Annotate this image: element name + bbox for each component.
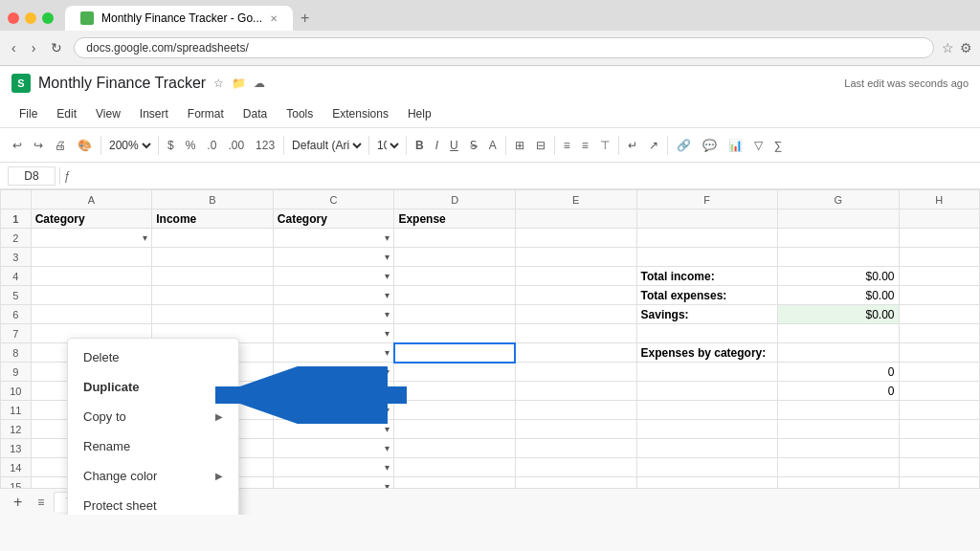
currency-btn[interactable]: $ <box>163 136 179 155</box>
cell-h4[interactable] <box>899 267 979 286</box>
cell-g2[interactable] <box>777 229 899 248</box>
cell-c2[interactable]: ▾ <box>273 229 394 248</box>
dropdown-arrow[interactable]: ▾ <box>385 232 390 243</box>
italic-btn[interactable]: I <box>431 136 443 155</box>
cell-c3[interactable]: ▾ <box>273 248 394 267</box>
menu-tools[interactable]: Tools <box>278 104 321 123</box>
document-title[interactable]: Monthly Finance Tracker <box>38 75 206 92</box>
menu-edit[interactable]: Edit <box>49 104 84 123</box>
col-header-d[interactable]: D <box>394 190 516 209</box>
bold-btn[interactable]: B <box>411 136 429 155</box>
cell-f9[interactable] <box>636 363 777 382</box>
col-header-h[interactable]: H <box>899 190 979 209</box>
cell-b1[interactable]: Income <box>152 209 274 229</box>
cell-g3[interactable] <box>777 248 899 267</box>
dropdown-arrow[interactable]: ▾ <box>385 309 390 320</box>
functions-btn[interactable]: ∑ <box>769 136 788 155</box>
dropdown-arrow[interactable]: ▾ <box>385 252 390 262</box>
cell-a2[interactable]: ▾ <box>31 229 152 248</box>
cell-g1[interactable] <box>777 209 899 229</box>
cell-d5[interactable] <box>394 286 516 305</box>
insert-comment-btn[interactable]: 💬 <box>698 136 722 155</box>
wrap-btn[interactable]: ↵ <box>623 136 642 155</box>
cell-b5[interactable] <box>152 286 274 305</box>
reload-btn[interactable]: ↻ <box>47 38 66 57</box>
dropdown-arrow[interactable]: ▾ <box>385 462 390 473</box>
cell-e7[interactable] <box>515 324 636 343</box>
cell-b3[interactable] <box>152 248 274 267</box>
filter-btn[interactable]: ▽ <box>749 136 768 155</box>
cell-f3[interactable] <box>636 248 777 267</box>
insert-chart-btn[interactable]: 📊 <box>724 136 747 155</box>
sheet-list-btn[interactable]: ≡ <box>32 496 50 509</box>
cell-a6[interactable] <box>31 305 152 324</box>
menu-view[interactable]: View <box>88 104 128 123</box>
rotate-btn[interactable]: ↗ <box>644 136 663 155</box>
percent-btn[interactable]: % <box>181 136 201 155</box>
cell-reference-input[interactable] <box>8 166 56 186</box>
cell-f2[interactable] <box>636 229 777 248</box>
cell-d8[interactable] <box>394 343 516 363</box>
zoom-select[interactable]: 200% 100% <box>105 138 154 153</box>
cell-h6[interactable] <box>899 305 979 324</box>
cell-a4[interactable] <box>31 267 152 286</box>
menu-extensions[interactable]: Extensions <box>324 104 396 123</box>
cell-f1[interactable] <box>636 209 777 229</box>
cell-c10[interactable]: ▾ <box>273 382 394 401</box>
folder-icon[interactable]: 📁 <box>232 77 246 90</box>
forward-btn[interactable]: › <box>28 38 40 57</box>
cell-e6[interactable] <box>515 305 636 324</box>
col-header-e[interactable]: E <box>515 190 636 209</box>
dropdown-arrow[interactable]: ▾ <box>385 443 390 453</box>
col-header-g[interactable]: G <box>777 190 899 209</box>
dropdown-arrow[interactable]: ▾ <box>385 366 390 377</box>
tab-close-btn[interactable]: ✕ <box>270 13 278 24</box>
cell-c5[interactable]: ▾ <box>273 286 394 305</box>
browser-tab[interactable]: Monthly Finance Tracker - Go... ✕ <box>65 6 293 31</box>
insert-link-btn[interactable]: 🔗 <box>672 136 696 155</box>
cell-a3[interactable] <box>31 248 152 267</box>
cell-f8[interactable]: Expenses by category: <box>636 343 777 363</box>
cell-c8[interactable]: ▾ <box>273 343 394 363</box>
minimize-window-btn[interactable] <box>25 12 36 24</box>
ctx-rename[interactable]: Rename <box>68 431 238 461</box>
dropdown-arrow[interactable]: ▾ <box>385 386 390 396</box>
dropdown-arrow[interactable]: ▾ <box>385 290 390 300</box>
align-center-btn[interactable]: ≡ <box>577 136 593 155</box>
merge-btn[interactable]: ⊟ <box>531 136 550 155</box>
cell-d4[interactable] <box>394 267 516 286</box>
cell-e5[interactable] <box>515 286 636 305</box>
cell-h7[interactable] <box>899 324 979 343</box>
col-header-f[interactable]: F <box>636 190 777 209</box>
cell-d1[interactable]: Expense <box>394 209 516 229</box>
cell-b2[interactable] <box>152 229 274 248</box>
cell-h9[interactable] <box>899 363 979 382</box>
cell-h8[interactable] <box>899 343 979 363</box>
cell-f6[interactable]: Savings: <box>636 305 777 324</box>
menu-file[interactable]: File <box>11 104 45 123</box>
undo-btn[interactable]: ↩ <box>8 136 27 155</box>
ctx-copy-to[interactable]: Copy to ▶ <box>68 402 238 431</box>
cell-f7[interactable] <box>636 324 777 343</box>
ctx-delete[interactable]: Delete <box>68 342 238 372</box>
cell-c6[interactable]: ▾ <box>273 305 394 324</box>
cell-h2[interactable] <box>899 229 979 248</box>
ctx-duplicate[interactable]: Duplicate <box>68 372 238 402</box>
more-formats-btn[interactable]: 123 <box>251 136 279 155</box>
star-icon[interactable]: ☆ <box>213 77 224 90</box>
menu-help[interactable]: Help <box>400 104 439 123</box>
cell-g7[interactable] <box>777 324 899 343</box>
decimal-decrease-btn[interactable]: .0 <box>202 136 221 155</box>
cell-e3[interactable] <box>515 248 636 267</box>
cell-d10[interactable] <box>394 382 516 401</box>
align-left-btn[interactable]: ≡ <box>559 136 575 155</box>
formula-input[interactable] <box>75 169 972 183</box>
cell-g8[interactable] <box>777 343 899 363</box>
menu-data[interactable]: Data <box>235 104 275 123</box>
cell-e2[interactable] <box>515 229 636 248</box>
dropdown-arrow[interactable]: ▾ <box>385 424 390 434</box>
menu-insert[interactable]: Insert <box>132 104 176 123</box>
url-input[interactable] <box>74 37 934 58</box>
cell-f4[interactable]: Total income: <box>636 267 777 286</box>
cell-e8[interactable] <box>515 343 636 363</box>
